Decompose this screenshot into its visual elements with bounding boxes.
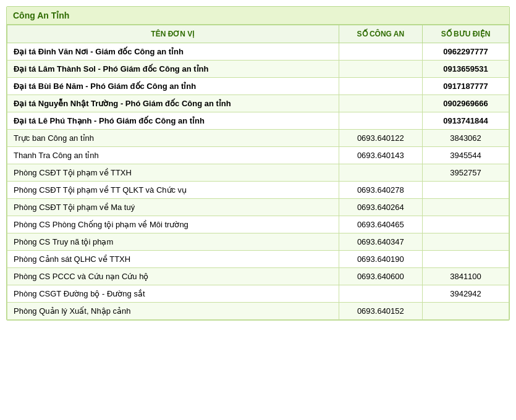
cell-so-cong-an: 0693.640264 [339,199,422,216]
cell-name: Phòng CS Phòng Chống tội phạm về Môi trư… [7,216,339,233]
cell-name: Phòng CSĐT Tội phạm về Ma tuý [7,199,339,216]
cell-name: Phòng CSĐT Tội phạm về TT QLKT và Chức v… [7,182,339,199]
cell-so-cong-an [339,78,422,95]
cell-name: Phòng CSĐT Tội phạm về TTXH [7,164,339,182]
table-row: Đại tá Nguyễn Nhật Trường - Phó Giám đốc… [7,95,509,112]
table-row: Phòng CSĐT Tội phạm về TTXH3952757 [7,164,509,182]
cell-so-cong-an [339,285,422,303]
cell-so-cong-an: 0693.640190 [339,251,422,268]
cell-name: Đại tá Lê Phú Thạnh - Phó Giám đốc Công … [7,112,339,130]
cell-so-cong-an [339,95,422,112]
table-row: Phòng CSĐT Tội phạm về TT QLKT và Chức v… [7,182,509,199]
cell-so-cong-an: 0693.640152 [339,303,422,320]
cell-so-buu-dien: 3843062 [423,130,509,147]
cell-name: Đại tá Đinh Văn Nơi - Giám đốc Công an t… [7,43,339,61]
cell-so-buu-dien: 0962297777 [423,43,509,61]
cell-so-buu-dien: 3841100 [423,268,509,285]
cell-so-buu-dien: 0913659531 [423,61,509,78]
cell-so-cong-an: 0693.640143 [339,147,422,164]
table-row: Phòng CSĐT Tội phạm về Ma tuý0693.640264 [7,199,509,216]
cell-so-cong-an [339,43,422,61]
data-table: TÊN ĐƠN VỊ SỐ CÔNG AN SỐ BƯU ĐIỆN Đại tá… [7,25,509,320]
cell-so-buu-dien [423,233,509,251]
cell-so-buu-dien [423,303,509,320]
table-row: Đại tá Lê Phú Thạnh - Phó Giám đốc Công … [7,112,509,130]
cell-so-buu-dien: 3945544 [423,147,509,164]
cell-so-buu-dien: 0913741844 [423,112,509,130]
cell-so-cong-an: 0693.640600 [339,268,422,285]
section-title: Công An Tỉnh [7,7,509,25]
table-header-row: TÊN ĐƠN VỊ SỐ CÔNG AN SỐ BƯU ĐIỆN [7,25,509,43]
cell-so-buu-dien [423,199,509,216]
table-row: Phòng CS Phòng Chống tội phạm về Môi trư… [7,216,509,233]
cell-so-cong-an [339,112,422,130]
cell-so-cong-an [339,61,422,78]
col-header-so-buu-dien: SỐ BƯU ĐIỆN [423,25,509,43]
cell-name: Thanh Tra Công an tỉnh [7,147,339,164]
table-row: Đại tá Lâm Thành Sol - Phó Giám đốc Công… [7,61,509,78]
cell-name: Phòng Quản lý Xuất, Nhập cảnh [7,303,339,320]
cell-so-buu-dien [423,216,509,233]
cell-so-buu-dien [423,251,509,268]
table-row: Phòng CSGT Đường bộ - Đường sắt3942942 [7,285,509,303]
main-container: Công An Tỉnh TÊN ĐƠN VỊ SỐ CÔNG AN SỐ BƯ… [6,6,510,321]
cell-so-cong-an: 0693.640465 [339,216,422,233]
cell-name: Đại tá Nguyễn Nhật Trường - Phó Giám đốc… [7,95,339,112]
cell-so-cong-an: 0693.640347 [339,233,422,251]
table-row: Trực ban Công an tỉnh0693.6401223843062 [7,130,509,147]
cell-name: Phòng CSGT Đường bộ - Đường sắt [7,285,339,303]
cell-so-buu-dien: 0917187777 [423,78,509,95]
cell-name: Phòng CS PCCC và Cứu nạn Cứu hộ [7,268,339,285]
col-header-name: TÊN ĐƠN VỊ [7,25,339,43]
cell-so-buu-dien [423,182,509,199]
cell-so-cong-an: 0693.640278 [339,182,422,199]
cell-name: Phòng CS Truy nã tội phạm [7,233,339,251]
table-row: Đại tá Bùi Bé Năm - Phó Giám đốc Công an… [7,78,509,95]
table-row: Phòng Cảnh sát QLHC về TTXH0693.640190 [7,251,509,268]
cell-so-cong-an [339,164,422,182]
cell-name: Phòng Cảnh sát QLHC về TTXH [7,251,339,268]
cell-name: Đại tá Bùi Bé Năm - Phó Giám đốc Công an… [7,78,339,95]
table-row: Thanh Tra Công an tỉnh0693.6401433945544 [7,147,509,164]
cell-name: Đại tá Lâm Thành Sol - Phó Giám đốc Công… [7,61,339,78]
cell-so-cong-an: 0693.640122 [339,130,422,147]
cell-name: Trực ban Công an tỉnh [7,130,339,147]
cell-so-buu-dien: 3952757 [423,164,509,182]
table-row: Phòng CS PCCC và Cứu nạn Cứu hộ0693.6406… [7,268,509,285]
cell-so-buu-dien: 3942942 [423,285,509,303]
col-header-so-cong-an: SỐ CÔNG AN [339,25,422,43]
table-row: Phòng Quản lý Xuất, Nhập cảnh0693.640152 [7,303,509,320]
cell-so-buu-dien: 0902969666 [423,95,509,112]
table-row: Đại tá Đinh Văn Nơi - Giám đốc Công an t… [7,43,509,61]
table-row: Phòng CS Truy nã tội phạm0693.640347 [7,233,509,251]
